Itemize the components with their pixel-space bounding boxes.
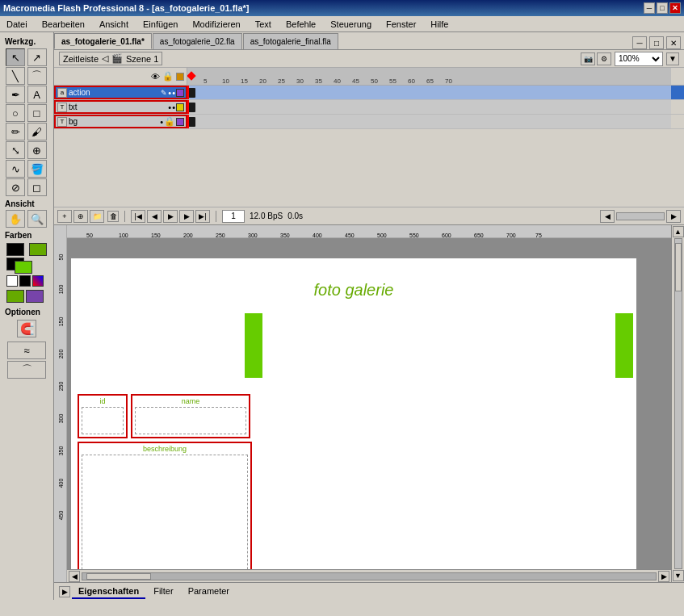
menu-text[interactable]: Text — [252, 18, 275, 31]
tool-hand[interactable]: ✋ — [6, 210, 25, 228]
swap-colors-btn[interactable] — [32, 275, 44, 287]
bottom-tab-eigenschaften[interactable]: Eigenschaften — [72, 585, 145, 599]
tab-menu-btn[interactable]: ─ — [632, 36, 647, 49]
stage-scroll-area: 50 100 150 200 250 300 350 400 450 500 5 — [67, 225, 671, 582]
delete-layer-btn[interactable]: 🗑 — [107, 211, 119, 222]
tool-zoom[interactable]: 🔍 — [27, 210, 47, 228]
tool-straighten[interactable]: ⌒ — [7, 361, 46, 379]
bottom-tab-parameter[interactable]: Parameter — [182, 585, 236, 599]
playhead-indicator — [187, 71, 196, 80]
tool-subselect[interactable]: ↗ — [27, 48, 47, 66]
scroll-right-btn[interactable]: ▶ — [658, 571, 669, 582]
lock-icon-header[interactable]: 🔒 — [162, 71, 174, 82]
color-picker-2[interactable] — [26, 290, 44, 303]
layer-txt-color[interactable] — [176, 103, 184, 111]
close-button[interactable]: ✕ — [669, 2, 681, 14]
tool-arrow[interactable]: ↖ — [6, 48, 25, 66]
menu-fenster[interactable]: Fenster — [383, 18, 419, 31]
tab-file2[interactable]: as_fotogalerie_02.fla — [153, 33, 242, 49]
menu-bearbeiten[interactable]: Bearbeiten — [39, 18, 88, 31]
scroll-up-btn[interactable]: ▲ — [673, 226, 684, 237]
layers-container: a action ✎ • • — [54, 86, 684, 207]
prev-frame-btn[interactable]: ◀ — [147, 210, 162, 223]
go-end-btn[interactable]: ▶| — [195, 210, 210, 223]
h-scrollbar[interactable]: ◀ ▶ — [67, 569, 671, 582]
tab-close-btn[interactable]: ✕ — [666, 36, 681, 49]
add-layer-btn[interactable]: + — [57, 210, 72, 223]
next-frame-btn[interactable]: ▶ — [179, 210, 194, 223]
layer-action-color[interactable] — [176, 89, 184, 97]
tool-smooth[interactable]: ≈ — [7, 342, 46, 359]
frame-mark-5: 5 — [204, 78, 207, 85]
id-input-area[interactable] — [82, 407, 124, 434]
v-scroll-track[interactable] — [674, 238, 682, 569]
tool-line[interactable]: ╲ — [6, 67, 25, 85]
tool-eyedropper[interactable]: ⊘ — [6, 178, 25, 196]
tab-restore-btn[interactable]: □ — [649, 36, 664, 49]
play-btn[interactable]: ▶ — [163, 210, 178, 223]
timeline-scrollbar[interactable] — [616, 212, 665, 220]
tool-eraser[interactable]: ◻ — [27, 178, 47, 196]
bottom-tab-filter[interactable]: Filter — [147, 585, 179, 599]
minimize-button[interactable]: ─ — [644, 2, 655, 14]
v-scrollbar[interactable]: ▲ ▼ — [671, 225, 684, 582]
layer-action[interactable]: a action ✎ • • — [54, 86, 684, 100]
bottom-play-btn[interactable]: ▶ — [59, 586, 70, 597]
stage-with-rulers: 50 100 150 200 250 300 350 400 450 — [54, 225, 684, 582]
tool-text[interactable]: A — [27, 86, 47, 103]
menu-hilfe[interactable]: Hilfe — [427, 18, 451, 31]
camera-icon[interactable]: 📷 — [581, 52, 595, 65]
layer-bg[interactable]: T bg • 🔒 — [54, 115, 684, 129]
layer-txt[interactable]: T txt • • — [54, 100, 684, 115]
black-white-btn[interactable] — [19, 275, 31, 287]
tab-file1[interactable]: as_fotogalerie_01.fla* — [54, 33, 152, 49]
tool-paint-bucket[interactable]: 🪣 — [27, 160, 47, 178]
snap-btn[interactable]: 🧲 — [17, 320, 36, 337]
stage-canvas-area[interactable]: foto galerie — [67, 238, 671, 569]
tab-file3[interactable]: as_fotogalerie_final.fla — [243, 33, 338, 49]
scene-nav[interactable]: Zeitleiste ◁ 🎬 Szene 1 — [59, 52, 162, 65]
tool-pen[interactable]: ✒ — [6, 86, 25, 103]
tool-pencil[interactable]: ✏ — [6, 123, 25, 140]
title-bar-buttons[interactable]: ─ □ ✕ — [644, 2, 681, 14]
tool-lasso[interactable]: ⌒ — [27, 67, 47, 85]
no-color-btn[interactable] — [6, 275, 18, 287]
tool-oval[interactable]: ○ — [6, 104, 25, 122]
v-scroll-thumb[interactable] — [675, 243, 682, 291]
add-folder-btn[interactable]: 📁 — [90, 210, 104, 223]
add-motion-guide-btn[interactable]: ⊕ — [73, 210, 88, 223]
h-scroll-thumb[interactable] — [86, 573, 151, 580]
tool-fillxform[interactable]: ⊕ — [27, 141, 47, 159]
timeline-next-frame-btn[interactable]: ▶ — [666, 210, 681, 223]
zoom-select[interactable]: 100% 50% 200% Alle — [615, 52, 663, 66]
frame-counter[interactable] — [222, 210, 245, 223]
menu-steuerung[interactable]: Steuerung — [327, 18, 375, 31]
tool-freexform[interactable]: ⤡ — [6, 141, 25, 159]
menu-datei[interactable]: Datei — [3, 18, 31, 31]
scene-settings-icon[interactable]: ⚙ — [597, 52, 611, 65]
h-scroll-track[interactable] — [82, 572, 657, 580]
timeline-prev-frame-btn[interactable]: ◀ — [600, 210, 615, 223]
scroll-down-btn[interactable]: ▼ — [673, 570, 684, 581]
menu-ansicht[interactable]: Ansicht — [96, 18, 132, 31]
maximize-button[interactable]: □ — [657, 2, 668, 14]
fill-color[interactable] — [29, 243, 47, 256]
scroll-left-btn[interactable]: ◀ — [69, 571, 80, 582]
zoom-dropdown-icon[interactable]: ▼ — [666, 52, 679, 65]
go-start-btn[interactable]: |◀ — [131, 210, 145, 223]
tool-ink[interactable]: ∿ — [6, 160, 25, 178]
menu-modifizieren[interactable]: Modifizieren — [189, 18, 243, 31]
menu-befehle[interactable]: Befehle — [283, 18, 319, 31]
beschreibung-input-area[interactable] — [82, 455, 248, 569]
name-input-area[interactable] — [135, 407, 246, 434]
scene-arrow: ◁ — [102, 53, 108, 64]
tool-rect[interactable]: □ — [27, 104, 47, 122]
outline-icon-header[interactable] — [176, 73, 184, 81]
layer-bg-color[interactable] — [176, 118, 184, 126]
eye-icon[interactable]: 👁 — [151, 72, 160, 82]
menu-einfuegen[interactable]: Einfügen — [140, 18, 181, 31]
stroke-color[interactable] — [6, 243, 24, 256]
tool-brush[interactable]: 🖌 — [27, 123, 47, 140]
fill-swatch[interactable] — [15, 261, 32, 274]
fill-color-2[interactable] — [6, 290, 24, 303]
